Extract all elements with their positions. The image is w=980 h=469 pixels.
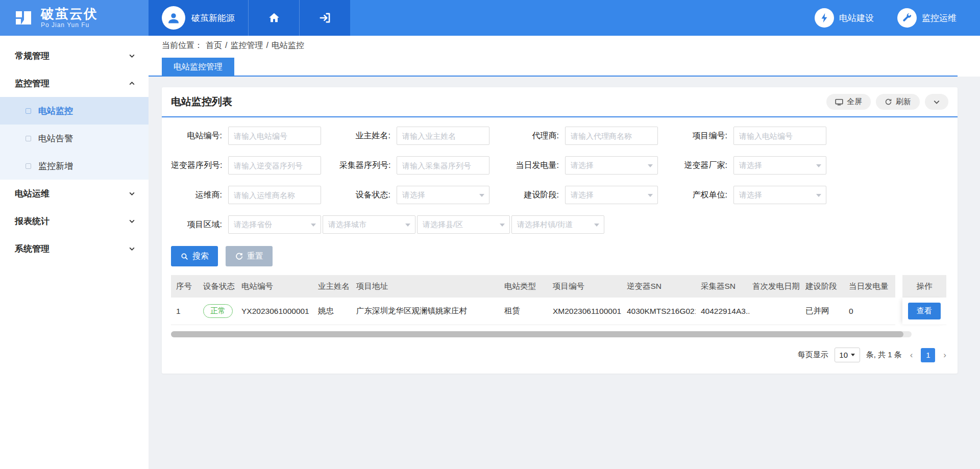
station-no-input[interactable] [228, 127, 321, 145]
caret-down-icon [851, 354, 855, 356]
field-label: 逆变器序列号: [171, 160, 222, 171]
county-select[interactable]: 请选择县/区 [417, 215, 510, 234]
select-placeholder: 请选择 [571, 190, 594, 200]
caret-down-icon [648, 194, 653, 197]
sidebar-item-reports[interactable]: 报表统计 [0, 207, 149, 235]
agent-input[interactable] [565, 127, 658, 145]
col-first-power-date: 首次发电日期 [749, 275, 800, 298]
next-page-button[interactable]: › [941, 350, 948, 360]
tab-station-monitor-mgmt[interactable]: 电站监控管理 [162, 58, 234, 77]
module-operation[interactable]: 监控运维 [897, 8, 957, 28]
collapse-button[interactable] [925, 94, 948, 110]
submenu-square-icon [26, 136, 31, 141]
cell-action: 查看 [902, 298, 946, 325]
cell-station-no: YX2023061000001 [236, 298, 313, 325]
page-1-button[interactable]: 1 [921, 348, 935, 362]
col-stage: 建设阶段 [800, 275, 844, 298]
field-label: 电站编号: [171, 131, 222, 141]
wrench-icon [897, 8, 917, 28]
cell-address: 广东深圳龙华区观澜镇姚家庄村 [351, 298, 499, 325]
device-status-select[interactable]: 请选择 [397, 186, 489, 204]
chevron-down-icon [129, 53, 135, 59]
horizontal-scrollbar[interactable] [171, 331, 912, 337]
per-page-value: 10 [839, 351, 848, 359]
sidebar-item-label: 电站运维 [15, 188, 50, 200]
sidebar-item-general[interactable]: 常规管理 [0, 42, 149, 69]
col-collector-sn: 采集器SN [696, 275, 749, 298]
col-address: 项目地址 [351, 275, 499, 298]
sidebar-subitem-label: 电站监控 [38, 105, 73, 117]
search-button[interactable]: 搜索 [171, 246, 218, 266]
sidebar-subitem-station-monitor[interactable]: 电站监控 [0, 97, 149, 125]
tab-strip: 电站监控管理 [149, 55, 980, 77]
brand-logo: 破茧云伏 Po Jian Yun Fu [0, 0, 149, 36]
select-placeholder: 请选择 [571, 161, 594, 170]
build-stage-select[interactable]: 请选择 [565, 186, 658, 204]
refresh-button[interactable]: 刷新 [876, 94, 920, 110]
fullscreen-button[interactable]: 全屏 [826, 94, 871, 110]
card-header: 电站监控列表 全屏 刷新 [162, 87, 958, 117]
col-action: 操作 [902, 275, 946, 298]
col-index: 序号 [171, 275, 198, 298]
select-placeholder: 请选择 [739, 161, 762, 170]
user-menu[interactable]: 破茧新能源 [149, 0, 248, 36]
fixed-col-gap [895, 275, 902, 298]
sidebar-item-system[interactable]: 系统管理 [0, 235, 149, 262]
module-construction[interactable]: 电站建设 [815, 8, 874, 28]
property-unit-select[interactable]: 请选择 [733, 186, 826, 204]
field-label: 项目编号: [676, 131, 727, 141]
town-select[interactable]: 请选择村镇/街道 [511, 215, 604, 234]
sidebar-item-monitor-mgmt[interactable]: 监控管理 [0, 69, 149, 97]
total-count-label: 条, 共 1 条 [866, 350, 902, 360]
caret-down-icon [500, 224, 505, 227]
select-placeholder: 请选择村镇/街道 [517, 220, 573, 230]
cell-index: 1 [171, 298, 198, 325]
refresh-icon [885, 98, 892, 106]
chevron-down-icon [129, 218, 135, 225]
search-icon [180, 252, 189, 261]
tab-underline [149, 76, 958, 77]
owner-name-input[interactable] [397, 127, 489, 145]
cell-type: 租赁 [499, 298, 548, 325]
daily-power-select[interactable]: 请选择 [565, 156, 658, 175]
prev-page-button[interactable]: ‹ [908, 350, 915, 360]
fixed-col-gap [895, 298, 902, 325]
select-placeholder: 请选择 [402, 190, 425, 200]
caret-down-icon [648, 164, 653, 167]
ops-vendor-input[interactable] [228, 186, 321, 204]
breadcrumb-separator: / [225, 41, 227, 50]
submenu-square-icon [26, 163, 31, 169]
cell-first-power-date [749, 298, 800, 325]
city-select[interactable]: 请选择城市 [323, 215, 415, 234]
province-select[interactable]: 请选择省份 [228, 215, 321, 234]
view-button[interactable]: 查看 [908, 303, 941, 319]
inverter-vendor-select[interactable]: 请选择 [733, 156, 826, 175]
logout-button[interactable] [299, 0, 350, 36]
search-form: 电站编号: 业主姓名: 代理商: 项目编号: [162, 117, 958, 234]
cell-project-no: XM2023061100001 [548, 298, 622, 325]
select-placeholder: 请选择省份 [234, 220, 272, 230]
select-placeholder: 请选择城市 [328, 220, 366, 230]
caret-down-icon [311, 224, 316, 227]
sidebar-item-station-ops[interactable]: 电站运维 [0, 180, 149, 207]
company-name: 破茧新能源 [191, 12, 235, 24]
breadcrumb-home[interactable]: 首页 [206, 40, 222, 51]
project-no-input[interactable] [733, 127, 826, 145]
station-table: 序号 设备状态 电站编号 业主姓名 项目地址 电站类型 项目编号 逆变器SN 采… [171, 275, 948, 337]
scrollbar-thumb[interactable] [171, 331, 903, 337]
sidebar-item-label: 报表统计 [15, 215, 50, 227]
breadcrumb-section[interactable]: 监控管理 [230, 40, 263, 51]
per-page-select[interactable]: 10 [835, 348, 860, 362]
sidebar-subitem-monitor-add[interactable]: 监控新增 [0, 152, 149, 180]
inverter-sn-input[interactable] [228, 156, 321, 175]
home-button[interactable] [248, 0, 299, 36]
field-label: 设备状态: [339, 190, 390, 201]
reset-button[interactable]: 重置 [226, 246, 273, 266]
sidebar-subitem-label: 监控新增 [38, 160, 73, 172]
content: 电站监控列表 全屏 刷新 [149, 77, 980, 374]
col-station-no: 电站编号 [236, 275, 313, 298]
sidebar-subitem-station-alarm[interactable]: 电站告警 [0, 125, 149, 152]
collector-sn-input[interactable] [397, 156, 489, 175]
field-label: 项目区域: [171, 219, 222, 230]
submenu-square-icon [26, 108, 31, 114]
